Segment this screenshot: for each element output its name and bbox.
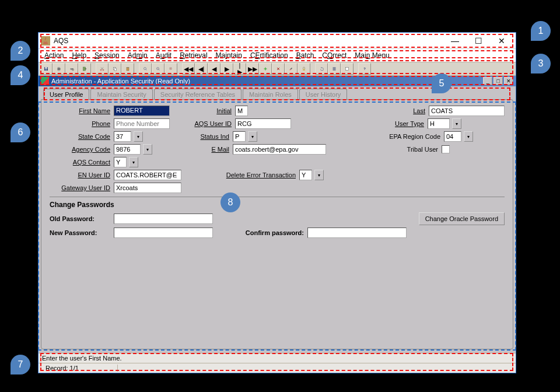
epa-region-label: EPA Region Code	[377, 133, 442, 140]
java-icon	[41, 36, 50, 46]
last-field[interactable]	[429, 106, 505, 116]
callout-1: 1	[531, 21, 551, 41]
maximize-button[interactable]: ☐	[467, 34, 490, 48]
phone-label: Phone	[50, 120, 111, 127]
svg-rect-12	[114, 68, 117, 71]
first-name-field[interactable]: ROBERT	[114, 106, 170, 116]
menu-certification[interactable]: CErtification	[247, 50, 292, 61]
tb-next-set[interactable]: |▶	[233, 63, 246, 75]
callout-4: 4	[10, 65, 30, 85]
aqs-contact-field[interactable]	[114, 157, 127, 167]
svg-rect-23	[346, 68, 349, 71]
menu-correct[interactable]: COrrect	[318, 50, 350, 61]
old-password-label: Old Password:	[50, 215, 111, 222]
status-ind-dropdown-button[interactable]: ▾	[248, 131, 257, 142]
menu-audit[interactable]: Audit	[152, 50, 175, 61]
tb-search-cancel[interactable]	[164, 63, 177, 75]
old-password-field[interactable]	[114, 214, 213, 224]
form-minimize-button[interactable]: _	[483, 77, 492, 85]
agency-code-field[interactable]	[114, 144, 141, 155]
tb-copy[interactable]	[108, 63, 121, 75]
callout-3: 3	[531, 54, 551, 74]
mdi-area: Administration - Application Security (R…	[38, 76, 516, 353]
tb-list[interactable]	[328, 63, 341, 75]
menu-retrieval[interactable]: Retrieval	[176, 50, 211, 61]
tab-maintain-roles[interactable]: Maintain Roles	[243, 89, 298, 100]
menu-maintain[interactable]: Maintain	[212, 50, 246, 61]
tb-next-record[interactable]: ▶	[220, 63, 233, 75]
close-button[interactable]: ✕	[490, 34, 513, 48]
tb-help[interactable]: ?	[358, 63, 371, 75]
new-password-field[interactable]	[114, 228, 213, 238]
tb-insert-record[interactable]	[259, 63, 272, 75]
tb-search-execute[interactable]	[152, 63, 164, 75]
state-code-field[interactable]	[114, 131, 131, 142]
minimize-button[interactable]: —	[443, 34, 467, 48]
tb-search-enter[interactable]	[139, 63, 152, 75]
tab-user-profile[interactable]: User Profile	[43, 89, 89, 100]
svg-rect-4	[58, 68, 60, 69]
tb-save[interactable]	[40, 63, 52, 75]
epa-region-dropdown-button[interactable]: ▾	[464, 131, 473, 142]
tb-remove-record[interactable]	[272, 63, 285, 75]
confirm-password-field[interactable]	[307, 228, 407, 238]
menu-session[interactable]: Session	[91, 50, 123, 61]
svg-rect-5	[58, 70, 60, 71]
callout-7: 7	[10, 355, 30, 374]
en-user-id-field[interactable]	[114, 170, 181, 180]
tb-first-record[interactable]: ◀◀	[182, 63, 195, 75]
tribal-user-checkbox[interactable]	[442, 145, 450, 153]
svg-rect-18	[289, 69, 291, 71]
statusbar: Record: 1/1	[38, 363, 516, 373]
tb-prev-record[interactable]: ◀	[208, 63, 220, 75]
tab-maintain-security[interactable]: Maintain Security	[90, 89, 152, 100]
tb-cut[interactable]	[96, 63, 108, 75]
state-code-dropdown-button[interactable]: ▾	[134, 131, 143, 142]
status-record: Record: 1/1	[42, 365, 118, 372]
tb-exit[interactable]	[78, 63, 91, 75]
menu-help[interactable]: Help	[68, 50, 90, 61]
tab-security-reference-tables[interactable]: Security Reference Tables	[154, 89, 242, 100]
aqs-user-id-field[interactable]	[235, 118, 291, 129]
svg-rect-14	[127, 67, 128, 68]
change-oracle-password-button[interactable]: Change Oracle Password	[419, 212, 505, 225]
form-close-button[interactable]: ✕	[504, 77, 513, 85]
first-name-label: First Name	[50, 107, 111, 114]
tb-edit[interactable]	[341, 63, 354, 75]
delete-error-field[interactable]	[299, 170, 312, 180]
menu-batch[interactable]: Batch	[293, 50, 318, 61]
tab-user-history[interactable]: User History	[299, 89, 348, 100]
svg-rect-20	[333, 68, 336, 68]
form-maximize-button[interactable]: □	[494, 77, 503, 85]
tb-paste[interactable]	[121, 63, 134, 75]
tb-clear-record[interactable]	[285, 63, 298, 75]
status-ind-label: Status Ind	[178, 133, 230, 140]
gateway-user-id-field[interactable]	[114, 183, 181, 193]
tb-undo[interactable]	[315, 63, 328, 75]
status-ind-field[interactable]	[233, 131, 246, 142]
menu-action[interactable]: Action	[41, 50, 67, 61]
aqs-contact-dropdown-button[interactable]: ▾	[129, 157, 138, 167]
agency-code-dropdown-button[interactable]: ▾	[143, 144, 152, 155]
tb-print-setup[interactable]	[65, 63, 78, 75]
epa-region-field[interactable]	[444, 131, 461, 142]
initial-field[interactable]	[235, 106, 248, 116]
delete-error-dropdown-button[interactable]: ▾	[314, 170, 324, 180]
tb-lock[interactable]	[298, 63, 310, 75]
tb-last-record[interactable]: ▶▶	[246, 63, 259, 75]
user-type-field[interactable]	[428, 118, 450, 129]
titlebar: AQS — ☐ ✕	[38, 33, 516, 49]
user-type-dropdown-button[interactable]: ▾	[452, 118, 461, 129]
email-field[interactable]	[233, 144, 326, 155]
user-type-label: User Type	[384, 120, 425, 127]
callout-2: 2	[10, 41, 30, 61]
tb-prev-set[interactable]: ◀|	[195, 63, 208, 75]
tb-print[interactable]	[52, 63, 65, 75]
svg-point-15	[144, 68, 146, 70]
phone-field[interactable]	[114, 118, 170, 129]
aqs-user-id-label: AQS User ID	[180, 120, 233, 127]
svg-rect-22	[333, 70, 336, 71]
menu-main-menu[interactable]: Main Menu	[351, 50, 393, 61]
menu-admin[interactable]: Admin	[124, 50, 151, 61]
form-title-text: Administration - Application Security (R…	[51, 78, 482, 85]
